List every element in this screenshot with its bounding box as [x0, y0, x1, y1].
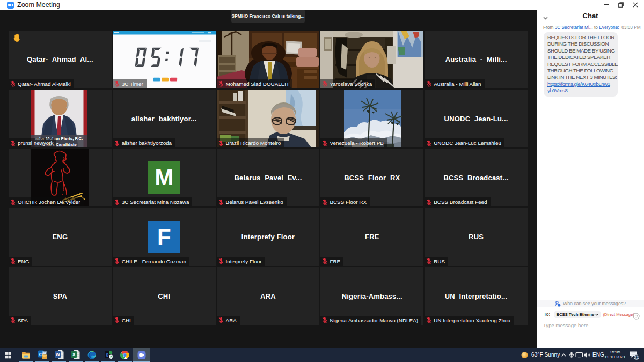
svg-text:21: 21: [634, 356, 639, 359]
svg-text:0: 0: [106, 352, 108, 358]
svg-text:X: X: [72, 352, 76, 357]
svg-text:W: W: [55, 352, 60, 357]
